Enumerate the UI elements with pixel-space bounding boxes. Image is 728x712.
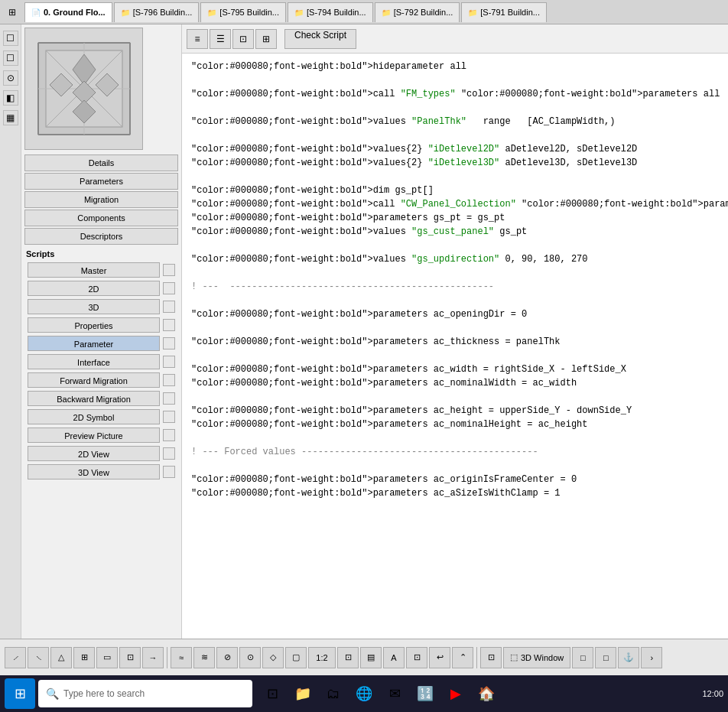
script-3d-label[interactable]: 3D [28,299,160,314]
taskbar-app-media[interactable]: ▶ [442,680,470,707]
rail-icon-5[interactable]: ▦ [3,110,18,125]
script-2d-check[interactable] [163,282,175,294]
script-interface: Interface [24,353,178,370]
bt-icon-14[interactable]: 1:2 [308,647,336,668]
script-2d-view-check[interactable] [163,447,175,460]
nav-components[interactable]: Components [24,210,178,226]
bt-icon-25[interactable]: › [641,647,662,668]
toolbar-btn-3[interactable]: ⊡ [232,29,254,49]
bt-icon-12[interactable]: ◇ [262,647,284,668]
rail-icon-2[interactable]: ☐ [3,50,18,66]
tab-796-icon: 📁 [121,8,130,17]
script-parameter-label[interactable]: Parameter [28,336,160,351]
script-2d-label[interactable]: 2D [28,281,160,296]
taskbar-app-archicad[interactable]: 🏠 [473,680,500,707]
taskbar-app-calculator[interactable]: 🔢 [411,680,439,707]
tab-794[interactable]: 📁 [S-794 Buildin... [288,2,373,22]
script-interface-label[interactable]: Interface [28,354,160,369]
tab-grid-icon[interactable]: ⊞ [3,3,21,21]
bt-separator-2 [476,647,477,668]
script-interface-check[interactable] [163,356,175,368]
tab-791[interactable]: 📁 [S-791 Buildin... [461,2,547,22]
script-master-label[interactable]: Master [28,262,160,278]
rail-icon-4[interactable]: ◧ [3,90,18,106]
bt-icon-17[interactable]: A [383,647,405,668]
tab-796[interactable]: 📁 [S-796 Buildin... [114,2,200,22]
icon-rail: ☐ ☐ ⊙ ◧ ▦ [0,24,21,639]
bt-icon-19[interactable]: ↩ [429,647,450,668]
script-3d-view-check[interactable] [163,466,175,478]
check-script-button[interactable]: Check Script [284,29,356,49]
bt-icon-23[interactable]: □ [595,647,616,668]
bt-icon-1[interactable]: ⟋ [5,647,26,668]
bt-icon-4[interactable]: ⊞ [73,647,95,668]
nav-details[interactable]: Details [24,154,178,171]
tab-792[interactable]: 📁 [S-792 Buildin... [375,2,460,22]
bt-3d-window-icon: ⬚ [510,652,518,662]
script-preview-picture-label[interactable]: Preview Picture [28,428,160,443]
bt-icon-15[interactable]: ⊡ [337,647,359,668]
scripts-list: Master 2D 3D Properties Parameter [21,260,181,482]
script-master-check[interactable] [163,264,175,276]
taskbar-app-file-explorer[interactable]: 📁 [289,680,317,707]
toolbar-btn-1[interactable]: ≡ [187,29,208,49]
bt-icon-24[interactable]: ⚓ [618,647,639,668]
bt-3d-window[interactable]: ⬚ 3D Window [503,647,570,668]
script-backward-migration-check[interactable] [163,392,175,405]
bt-icon-16[interactable]: ▤ [360,647,382,668]
toolbar-btn-4[interactable]: ⊞ [255,29,277,49]
script-3d-view-label[interactable]: 3D View [28,464,160,480]
main-layout: ☐ ☐ ⊙ ◧ ▦ [0,24,728,639]
bt-icon-18[interactable]: ⊡ [406,647,427,668]
nav-migration[interactable]: Migration [24,191,178,208]
script-forward-migration-label[interactable]: Forward Migration [28,372,160,388]
taskbar-app-edge[interactable]: 🌐 [350,680,378,707]
script-preview-picture-check[interactable] [163,429,175,441]
bt-icon-3[interactable]: △ [50,647,72,668]
tab-792-icon: 📁 [382,8,391,17]
tab-795-icon: 📁 [207,8,216,17]
bt-icon-9[interactable]: ≋ [193,647,215,668]
taskbar-app-task-view[interactable]: ⊡ [258,680,286,707]
script-backward-migration-label[interactable]: Backward Migration [28,391,160,406]
bt-icon-11[interactable]: ⊙ [239,647,261,668]
bt-separator-1 [167,647,167,668]
bt-icon-22[interactable]: □ [572,647,593,668]
bt-icon-21[interactable]: ⊡ [480,647,502,668]
script-2d-symbol-label[interactable]: 2D Symbol [28,409,160,424]
tab-ground-floor-icon: 📄 [31,8,41,17]
taskbar: ⊞ 🔍 Type here to search ⊡ 📁 🗂 🌐 ✉ 🔢 ▶ 🏠 … [0,675,728,712]
script-2d-view: 2D View [24,445,178,462]
rail-icon-1[interactable]: ☐ [3,31,18,46]
script-3d-check[interactable] [163,301,175,313]
code-editor[interactable]: "color:#000080;font-weight:bold">hidepar… [182,54,728,639]
script-properties-label[interactable]: Properties [28,317,160,333]
nav-descriptors[interactable]: Descriptors [24,228,178,245]
script-backward-migration: Backward Migration [24,390,178,407]
taskbar-app-mail[interactable]: ✉ [381,680,408,707]
bt-icon-20[interactable]: ⌃ [452,647,473,668]
bt-icon-6[interactable]: ⊡ [119,647,141,668]
script-properties-check[interactable] [163,319,175,331]
script-2d-view-label[interactable]: 2D View [28,446,160,461]
bt-icon-8[interactable]: ≈ [171,647,192,668]
tab-ground-floor[interactable]: 📄 0. Ground Flo... [24,2,112,22]
windows-start-button[interactable]: ⊞ [5,678,35,709]
bt-icon-7[interactable]: → [142,647,164,668]
nav-section: Details Parameters Migration Components … [21,153,181,246]
toolbar-btn-2[interactable]: ☰ [210,29,231,49]
nav-parameters[interactable]: Parameters [24,173,178,190]
script-parameter-check[interactable] [163,337,175,349]
bottom-toolbar: ⟋ ⟍ △ ⊞ ▭ ⊡ → ≈ ≋ ⊘ ⊙ ◇ ▢ 1:2 ⊡ ▤ A ⊡ ↩ … [0,639,728,675]
bt-icon-13[interactable]: ▢ [285,647,307,668]
tab-795[interactable]: 📁 [S-795 Buildin... [200,2,286,22]
left-section: ☐ ☐ ⊙ ◧ ▦ [0,24,182,639]
bt-icon-5[interactable]: ▭ [96,647,118,668]
rail-icon-3[interactable]: ⊙ [3,70,18,86]
taskbar-app-store[interactable]: 🗂 [320,680,347,707]
taskbar-search-box[interactable]: 🔍 Type here to search [38,680,252,707]
script-2d-symbol-check[interactable] [163,411,175,423]
bt-icon-10[interactable]: ⊘ [216,647,238,668]
script-forward-migration-check[interactable] [163,374,175,386]
bt-icon-2[interactable]: ⟍ [28,647,49,668]
